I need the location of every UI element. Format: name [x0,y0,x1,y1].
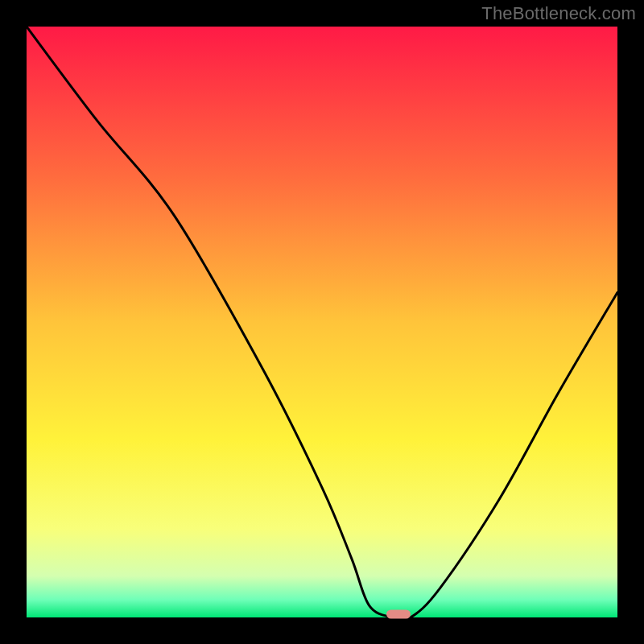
watermark-text: TheBottleneck.com [481,3,636,24]
plot-area [27,27,617,617]
gradient-background [27,27,617,617]
minimum-marker [386,610,411,619]
plot-svg [27,27,617,617]
chart-stage: TheBottleneck.com [0,0,644,644]
